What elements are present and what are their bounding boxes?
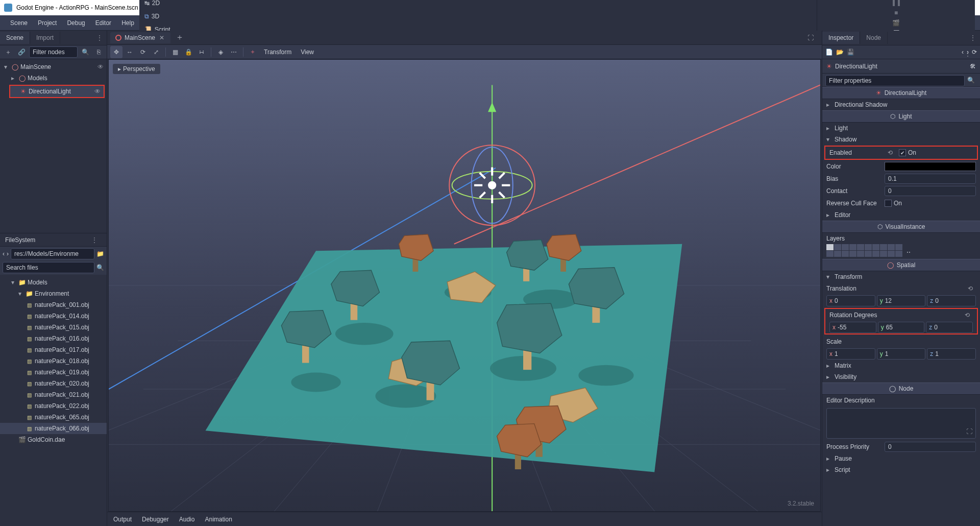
view-menu[interactable]: View	[297, 49, 318, 56]
rotate-mode-button[interactable]: ⟳	[137, 46, 149, 58]
inspector-tool-icon[interactable]: 🛠	[970, 63, 976, 70]
inspector-filter-input[interactable]: Filter properties	[825, 75, 965, 86]
close-tab-icon[interactable]: ✕	[158, 34, 165, 41]
menu-help[interactable]: Help	[116, 17, 139, 29]
scene-search-icon[interactable]: 🔍	[80, 46, 91, 58]
visibility-icon[interactable]: 👁	[96, 63, 105, 70]
category-pause[interactable]: ▸Pause	[822, 453, 980, 464]
instance-scene-button[interactable]: 🔗	[16, 46, 27, 58]
category-editor[interactable]: ▸Editor	[822, 209, 980, 221]
editor-3d-button[interactable]: ⧉ 3D	[139, 11, 817, 22]
chevron-down-icon[interactable]: ▾	[9, 279, 16, 286]
scene-tab-mainscene[interactable]: MainScene ✕	[110, 32, 170, 43]
fs-search-input[interactable]: Search files	[3, 262, 94, 273]
distraction-free-icon[interactable]: ⛶	[802, 34, 819, 41]
fs-file-row[interactable]: naturePack_065.obj	[0, 412, 107, 423]
fs-folder-icon[interactable]: 📁	[96, 250, 104, 257]
fs-folder-models[interactable]: ▾📁Models	[0, 277, 107, 288]
scene-script-icon[interactable]: ⎘	[93, 46, 104, 58]
local-space-button[interactable]: ▦	[169, 46, 181, 58]
scale-z-input[interactable]: z1	[927, 348, 976, 360]
rotation-z-input[interactable]: z0	[926, 322, 973, 333]
process-priority-input[interactable]: 0	[885, 442, 976, 452]
fs-file-row[interactable]: naturePack_001.obj	[0, 299, 107, 310]
group-button[interactable]: ∺	[195, 46, 208, 58]
fs-file-row[interactable]: naturePack_014.obj	[0, 310, 107, 322]
inspector-dock-options-icon[interactable]: ⋮	[966, 34, 980, 41]
scale-mode-button[interactable]: ⤢	[150, 46, 162, 58]
tab-node[interactable]: Node	[860, 32, 888, 44]
category-script[interactable]: ▸Script	[822, 464, 980, 475]
search-icon[interactable]: 🔍	[96, 264, 104, 271]
add-node-button[interactable]: ＋	[3, 46, 14, 58]
scene-root-row[interactable]: ▾ ◯ MainScene 👁	[0, 61, 107, 73]
perspective-selector[interactable]: ▸ Perspective	[113, 64, 160, 74]
fs-back-button[interactable]: ‹	[3, 250, 5, 257]
scale-y-input[interactable]: y1	[877, 348, 926, 360]
scene-models-row[interactable]: ▸ ◯ Models	[0, 73, 107, 84]
menu-project[interactable]: Project	[33, 17, 62, 29]
inspector-new-resource-icon[interactable]: 📄	[825, 49, 833, 56]
pause-button[interactable]: ❚❚	[891, 0, 901, 6]
tab-import[interactable]: Import	[30, 32, 60, 44]
topbar-more-icon[interactable]: ⋮	[961, 50, 975, 57]
scene-filter-input[interactable]: Filter nodes	[29, 46, 78, 58]
editor-2d-button[interactable]: ↹ 2D	[139, 0, 817, 9]
snap-options-button[interactable]: ⋯	[228, 46, 240, 58]
translation-y-input[interactable]: y12	[877, 295, 926, 306]
fs-file-row[interactable]: naturePack_015.obj	[0, 322, 107, 333]
rotation-x-input[interactable]: x-55	[829, 322, 876, 333]
filesystem-options-icon[interactable]: ⋮	[87, 236, 102, 244]
layers-grid[interactable]	[826, 244, 902, 257]
contact-input[interactable]: 0	[885, 186, 976, 196]
move-mode-button[interactable]: ↔	[124, 46, 136, 58]
fs-file-goldcoin[interactable]: 🎬GoldCoin.dae	[0, 434, 107, 445]
category-light[interactable]: ▸Light	[822, 123, 980, 134]
revert-icon[interactable]: ⟲	[888, 149, 896, 156]
scene-dirlight-row[interactable]: ☀ DirectionalLight 👁	[10, 86, 104, 97]
fs-file-row[interactable]: naturePack_017.obj	[0, 344, 107, 355]
fs-file-row[interactable]: naturePack_019.obj	[0, 367, 107, 378]
color-swatch[interactable]	[885, 162, 976, 171]
category-transform[interactable]: ▾Transform	[822, 271, 980, 282]
revert-icon[interactable]: ⟲	[965, 312, 973, 319]
lock-button[interactable]: 🔒	[182, 46, 194, 58]
bias-input[interactable]: 0.1	[885, 174, 976, 184]
fs-file-row[interactable]: naturePack_020.obj	[0, 378, 107, 389]
fs-file-row[interactable]: naturePack_016.obj	[0, 333, 107, 344]
menu-editor[interactable]: Editor	[90, 17, 116, 29]
expand-icon[interactable]: ⛶	[966, 428, 972, 435]
tab-scene[interactable]: Scene	[0, 32, 30, 44]
add-scene-tab-button[interactable]: ＋	[170, 32, 189, 43]
fs-file-row[interactable]: naturePack_066.obj	[0, 423, 107, 434]
fs-file-row[interactable]: naturePack_018.obj	[0, 355, 107, 367]
category-visibility[interactable]: ▸Visibility	[822, 371, 980, 382]
translation-x-input[interactable]: x0	[826, 295, 875, 306]
category-matrix[interactable]: ▸Matrix	[822, 360, 980, 371]
stop-button[interactable]: ■	[891, 9, 901, 16]
revert-icon[interactable]: ⟲	[968, 285, 976, 292]
inspector-load-resource-icon[interactable]: 📂	[836, 49, 844, 56]
enabled-checkbox[interactable]: ✔	[899, 149, 906, 156]
3d-viewport[interactable]: ▸ Perspective 3.2.stable	[108, 59, 821, 512]
inspector-save-resource-icon[interactable]: 💾	[847, 49, 854, 56]
chevron-down-icon[interactable]: ▾	[16, 290, 23, 297]
visibility-icon[interactable]: 👁	[93, 88, 102, 95]
bottom-animation-tab[interactable]: Animation	[205, 516, 232, 523]
translation-z-input[interactable]: z0	[927, 295, 976, 306]
fs-file-row[interactable]: naturePack_021.obj	[0, 389, 107, 400]
snap-button[interactable]: ◈	[214, 46, 227, 58]
fs-folder-env[interactable]: ▾📁Environment	[0, 288, 107, 299]
fs-path-input[interactable]: res://Models/Environme	[11, 248, 94, 259]
camera-preview-button[interactable]: ✦	[247, 46, 259, 58]
scale-x-input[interactable]: x1	[826, 348, 875, 360]
layers-more-icon[interactable]: ‥	[906, 247, 911, 254]
category-directional-shadow[interactable]: ▸Directional Shadow	[822, 99, 980, 110]
category-shadow[interactable]: ▾Shadow	[822, 134, 980, 145]
fs-file-row[interactable]: naturePack_022.obj	[0, 400, 107, 412]
editor-description-input[interactable]: ⛶	[826, 408, 976, 439]
fs-forward-button[interactable]: ›	[7, 250, 9, 257]
bottom-debugger-tab[interactable]: Debugger	[142, 516, 169, 523]
tab-inspector[interactable]: Inspector	[822, 32, 860, 44]
select-mode-button[interactable]: ✥	[110, 46, 122, 58]
